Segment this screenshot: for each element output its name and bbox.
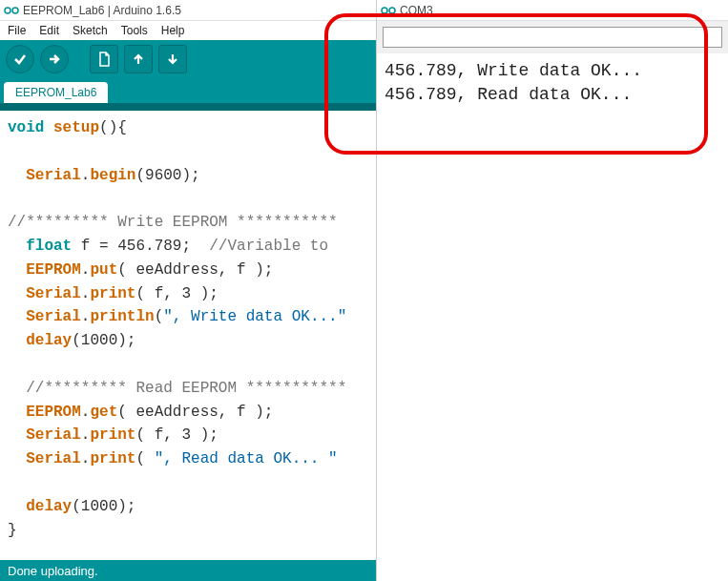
menu-file[interactable]: File (4, 23, 30, 38)
code-token: void (8, 119, 44, 136)
code-token: (1000); (72, 498, 135, 515)
ide-titlebar: EEPROM_Lab6 | Arduino 1.6.5 (0, 0, 376, 21)
code-token: print (90, 426, 135, 444)
menu-help[interactable]: Help (157, 23, 189, 38)
code-editor[interactable]: void setup(){ Serial.begin(9600); //****… (0, 111, 376, 560)
code-token: ", Read data OK... " (155, 450, 338, 467)
code-token: Serial (26, 426, 81, 444)
code-token: delay (26, 332, 72, 349)
code-token: EEPROM (26, 261, 81, 279)
code-token: //Variable to (209, 238, 337, 255)
tab-bar: EEPROM_Lab6 (0, 78, 376, 103)
serial-input-row (377, 21, 728, 53)
svg-point-3 (389, 8, 395, 13)
arrow-right-icon (47, 52, 62, 67)
sketch-tab[interactable]: EEPROM_Lab6 (4, 82, 108, 103)
code-token: setup (53, 119, 99, 136)
serial-monitor-window: COM3 456.789, Write data OK...456.789, R… (377, 0, 728, 581)
code-token: (9600); (135, 167, 199, 184)
code-token: ( (135, 450, 154, 467)
arrow-up-icon (132, 52, 145, 66)
svg-point-1 (12, 8, 18, 13)
new-button[interactable] (90, 45, 118, 73)
arrow-down-icon (166, 52, 179, 66)
code-token: ( eeAddress, f ); (117, 261, 273, 279)
tab-divider (0, 103, 376, 111)
file-icon (97, 52, 111, 67)
upload-button[interactable] (40, 45, 69, 73)
code-token: ( (155, 308, 164, 325)
save-button[interactable] (158, 45, 187, 73)
status-bar: Done uploading. (0, 560, 376, 581)
code-token: ( f, 3 ); (135, 426, 218, 444)
code-token: //********* Write EEPROM *********** (8, 214, 338, 231)
code-token: ( f, 3 ); (135, 285, 218, 302)
code-token: Serial (26, 450, 81, 467)
code-token: ( eeAddress, f ); (117, 404, 273, 421)
serial-line: 456.789, Read data OK... (385, 83, 720, 107)
serial-send-input[interactable] (383, 27, 722, 48)
serial-title-text: COM3 (400, 4, 433, 17)
arduino-logo-icon (4, 3, 19, 18)
code-token: float (26, 238, 72, 255)
code-token: begin (90, 167, 135, 184)
code-token: (){ (99, 119, 127, 136)
arduino-ide-window: EEPROM_Lab6 | Arduino 1.6.5 File Edit Sk… (0, 0, 377, 581)
menu-sketch[interactable]: Sketch (69, 23, 112, 38)
code-token: f = 456.789; (72, 238, 209, 255)
serial-output[interactable]: 456.789, Write data OK...456.789, Read d… (377, 53, 728, 581)
code-token: ", Write data OK..." (163, 308, 346, 325)
code-token: get (90, 404, 117, 421)
verify-button[interactable] (6, 45, 34, 73)
code-token: (1000); (72, 332, 135, 349)
code-token: Serial (26, 285, 81, 302)
svg-point-0 (5, 8, 10, 13)
svg-point-2 (382, 8, 387, 13)
arduino-logo-icon (381, 3, 396, 18)
serial-line: 456.789, Write data OK... (385, 59, 720, 83)
menu-edit[interactable]: Edit (35, 23, 63, 38)
menu-tools[interactable]: Tools (117, 23, 152, 38)
code-token: print (90, 285, 135, 302)
ide-title-text: EEPROM_Lab6 | Arduino 1.6.5 (23, 4, 181, 17)
code-token: println (90, 308, 154, 325)
open-button[interactable] (124, 45, 153, 73)
code-token: } (8, 522, 17, 539)
menu-bar: File Edit Sketch Tools Help (0, 21, 376, 40)
code-token: delay (26, 498, 72, 515)
code-token: EEPROM (26, 404, 81, 421)
toolbar (0, 40, 376, 78)
check-icon (12, 52, 28, 67)
code-token: Serial (26, 167, 81, 184)
serial-titlebar: COM3 (377, 0, 728, 21)
code-token: Serial (26, 308, 81, 325)
code-token: put (90, 261, 117, 279)
status-text: Done uploading. (8, 564, 98, 578)
code-token: print (90, 450, 135, 467)
code-token: //********* Read EEPROM *********** (8, 380, 346, 397)
